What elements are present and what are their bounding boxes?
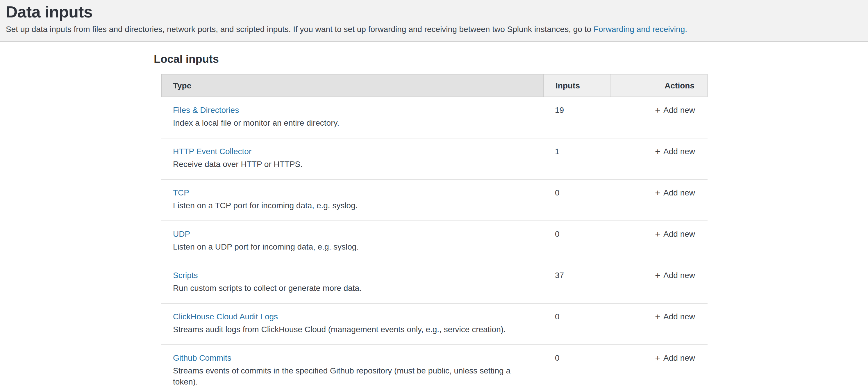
actions-cell: +Add new <box>610 262 707 303</box>
add-new-link[interactable]: +Add new <box>655 353 695 362</box>
type-cell: TCP Listen on a TCP port for incoming da… <box>161 180 543 220</box>
actions-cell: +Add new <box>610 97 707 138</box>
splunk-data-inputs-page: Data inputs Set up data inputs from file… <box>0 0 868 388</box>
column-header-inputs[interactable]: Inputs <box>543 74 610 96</box>
inputs-count: 0 <box>543 180 610 220</box>
input-type-link[interactable]: Github Commits <box>173 353 231 364</box>
type-cell: UDP Listen on a UDP port for incoming da… <box>161 221 543 262</box>
column-header-type[interactable]: Type <box>161 74 543 96</box>
input-type-link[interactable]: ClickHouse Cloud Audit Logs <box>173 311 278 322</box>
actions-cell: +Add new <box>610 345 707 388</box>
inputs-count: 19 <box>543 97 610 138</box>
column-header-actions: Actions <box>610 74 707 96</box>
add-new-link[interactable]: +Add new <box>655 312 695 321</box>
local-inputs-table: Type Inputs Actions Files & Directories … <box>161 74 707 388</box>
main-content: Local inputs Type Inputs Actions Files &… <box>154 42 714 388</box>
input-type-description: Streams events of commits in the specifi… <box>173 365 537 387</box>
plus-icon: + <box>655 353 660 363</box>
add-new-label: Add new <box>663 147 695 156</box>
inputs-count: 37 <box>543 262 610 303</box>
plus-icon: + <box>655 312 660 322</box>
add-new-link[interactable]: +Add new <box>655 188 695 197</box>
input-type-link[interactable]: HTTP Event Collector <box>173 146 251 157</box>
table-row: HTTP Event Collector Receive data over H… <box>161 139 707 180</box>
add-new-label: Add new <box>663 270 695 280</box>
add-new-link[interactable]: +Add new <box>655 105 695 115</box>
page-title: Data inputs <box>6 3 862 22</box>
add-new-label: Add new <box>663 188 695 197</box>
input-type-link[interactable]: Scripts <box>173 270 198 281</box>
section-title: Local inputs <box>154 53 714 66</box>
inputs-count: 0 <box>543 304 610 345</box>
add-new-label: Add new <box>663 312 695 321</box>
table-row: Scripts Run custom scripts to collect or… <box>161 262 707 304</box>
type-cell: ClickHouse Cloud Audit Logs Streams audi… <box>161 304 543 345</box>
input-type-link[interactable]: TCP <box>173 187 189 198</box>
table-row: Files & Directories Index a local file o… <box>161 97 707 139</box>
actions-cell: +Add new <box>610 180 707 220</box>
subtitle-text: Set up data inputs from files and direct… <box>6 24 594 34</box>
add-new-label: Add new <box>663 229 695 239</box>
plus-icon: + <box>655 270 660 280</box>
input-type-description: Index a local file or monitor an entire … <box>173 118 537 128</box>
add-new-link[interactable]: +Add new <box>655 147 695 156</box>
table-header-row: Type Inputs Actions <box>161 74 707 97</box>
input-type-description: Listen on a TCP port for incoming data, … <box>173 200 537 211</box>
plus-icon: + <box>655 147 660 156</box>
inputs-count: 0 <box>543 345 610 388</box>
type-cell: Github Commits Streams events of commits… <box>161 345 543 388</box>
table-row: Github Commits Streams events of commits… <box>161 345 707 388</box>
plus-icon: + <box>655 105 660 115</box>
type-cell: Scripts Run custom scripts to collect or… <box>161 262 543 303</box>
add-new-label: Add new <box>663 353 695 362</box>
input-type-link[interactable]: Files & Directories <box>173 105 239 116</box>
plus-icon: + <box>655 188 660 198</box>
input-type-description: Receive data over HTTP or HTTPS. <box>173 159 537 170</box>
actions-cell: +Add new <box>610 139 707 179</box>
subtitle-period: . <box>685 24 687 34</box>
page-subtitle: Set up data inputs from files and direct… <box>6 24 862 34</box>
inputs-count: 0 <box>543 221 610 262</box>
actions-cell: +Add new <box>610 221 707 262</box>
add-new-link[interactable]: +Add new <box>655 229 695 239</box>
page-header: Data inputs Set up data inputs from file… <box>0 0 868 42</box>
input-type-description: Listen on a UDP port for incoming data, … <box>173 241 537 252</box>
type-cell: HTTP Event Collector Receive data over H… <box>161 139 543 179</box>
input-type-description: Streams audit logs from ClickHouse Cloud… <box>173 324 537 335</box>
table-body: Files & Directories Index a local file o… <box>161 97 707 388</box>
plus-icon: + <box>655 229 660 239</box>
table-row: ClickHouse Cloud Audit Logs Streams audi… <box>161 304 707 345</box>
input-type-link[interactable]: UDP <box>173 229 190 240</box>
type-cell: Files & Directories Index a local file o… <box>161 97 543 138</box>
add-new-link[interactable]: +Add new <box>655 270 695 280</box>
add-new-label: Add new <box>663 105 695 115</box>
table-row: TCP Listen on a TCP port for incoming da… <box>161 180 707 221</box>
inputs-count: 1 <box>543 139 610 179</box>
actions-cell: +Add new <box>610 304 707 345</box>
forwarding-and-receiving-link[interactable]: Forwarding and receiving <box>594 24 685 34</box>
input-type-description: Run custom scripts to collect or generat… <box>173 283 537 294</box>
table-row: UDP Listen on a UDP port for incoming da… <box>161 221 707 262</box>
